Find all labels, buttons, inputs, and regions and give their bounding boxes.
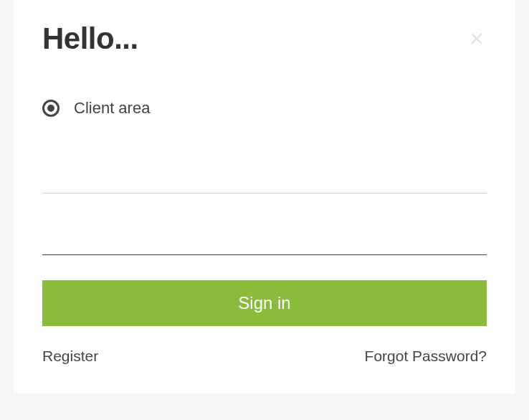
close-icon: [467, 29, 486, 48]
register-link[interactable]: Register: [42, 348, 98, 365]
forgot-password-link[interactable]: Forgot Password?: [365, 348, 487, 365]
radio-selected-icon: [47, 105, 54, 112]
signin-button[interactable]: Sign in: [42, 280, 487, 326]
area-selector: Client area: [42, 99, 487, 118]
modal-header: Hello...: [42, 22, 487, 56]
login-form: [42, 161, 487, 255]
username-input[interactable]: [42, 161, 487, 194]
login-modal: Hello... Client area Sign in Register Fo…: [14, 0, 515, 393]
client-area-radio[interactable]: [42, 100, 59, 117]
close-button[interactable]: [467, 29, 487, 49]
modal-title: Hello...: [42, 22, 138, 56]
password-input[interactable]: [42, 222, 487, 255]
footer-links: Register Forgot Password?: [42, 348, 487, 365]
client-area-label: Client area: [74, 99, 150, 118]
